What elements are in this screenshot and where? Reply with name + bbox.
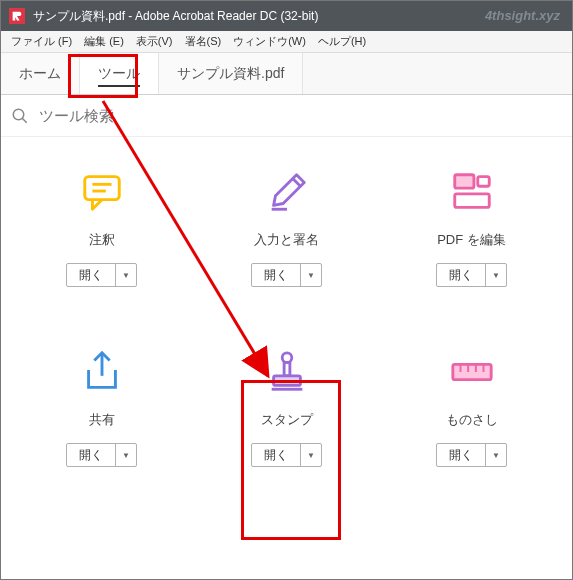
open-button-label: 開く — [252, 264, 301, 286]
chevron-down-icon[interactable]: ▼ — [116, 264, 136, 286]
svg-rect-3 — [84, 177, 119, 200]
open-button-label: 開く — [437, 264, 486, 286]
tool-editpdf[interactable]: PDF を編集 開く ▼ — [381, 167, 562, 287]
tool-editpdf-open-button[interactable]: 開く ▼ — [436, 263, 507, 287]
app-icon — [9, 8, 25, 24]
tool-editpdf-label: PDF を編集 — [437, 231, 506, 249]
open-button-label: 開く — [437, 444, 486, 466]
tool-stamp-label: スタンプ — [261, 411, 313, 429]
search-bar — [1, 95, 572, 137]
svg-rect-13 — [284, 362, 290, 375]
chevron-down-icon[interactable]: ▼ — [116, 444, 136, 466]
svg-rect-16 — [452, 364, 490, 379]
tool-measure-open-button[interactable]: 開く ▼ — [436, 443, 507, 467]
tab-bar: ホーム ツール サンプル資料.pdf — [1, 53, 572, 95]
menu-bar: ファイル (F) 編集 (E) 表示(V) 署名(S) ウィンドウ(W) ヘルプ… — [1, 31, 572, 53]
window-title: サンプル資料.pdf - Adobe Acrobat Reader DC (32… — [33, 8, 318, 25]
tool-comment-open-button[interactable]: 開く ▼ — [66, 263, 137, 287]
tab-home-label: ホーム — [19, 65, 61, 83]
tab-tools[interactable]: ツール — [80, 53, 159, 94]
tool-fillsign-label: 入力と署名 — [254, 231, 319, 249]
tool-share-open-button[interactable]: 開く ▼ — [66, 443, 137, 467]
tool-comment-label: 注釈 — [89, 231, 115, 249]
chevron-down-icon[interactable]: ▼ — [486, 264, 506, 286]
tool-fillsign[interactable]: 入力と署名 開く ▼ — [196, 167, 377, 287]
menu-sign[interactable]: 署名(S) — [179, 32, 228, 51]
tab-document-label: サンプル資料.pdf — [177, 65, 284, 83]
svg-point-1 — [13, 109, 24, 120]
tool-share-label: 共有 — [89, 411, 115, 429]
share-icon — [77, 347, 127, 397]
menu-edit[interactable]: 編集 (E) — [78, 32, 130, 51]
tab-home[interactable]: ホーム — [1, 53, 80, 94]
tab-tools-label: ツール — [98, 65, 140, 87]
open-button-label: 開く — [67, 444, 116, 466]
svg-line-6 — [292, 179, 300, 187]
chevron-down-icon[interactable]: ▼ — [301, 444, 321, 466]
svg-rect-14 — [273, 376, 300, 386]
pen-icon — [262, 167, 312, 217]
search-input[interactable] — [39, 107, 562, 124]
svg-line-2 — [22, 118, 27, 123]
search-icon — [11, 107, 29, 125]
open-button-label: 開く — [67, 264, 116, 286]
tool-stamp-open-button[interactable]: 開く ▼ — [251, 443, 322, 467]
chevron-down-icon[interactable]: ▼ — [486, 444, 506, 466]
editpdf-icon — [447, 167, 497, 217]
stamp-icon — [262, 347, 312, 397]
svg-point-12 — [282, 353, 292, 363]
open-button-label: 開く — [252, 444, 301, 466]
menu-file[interactable]: ファイル (F) — [5, 32, 78, 51]
menu-help[interactable]: ヘルプ(H) — [312, 32, 372, 51]
tool-share[interactable]: 共有 開く ▼ — [11, 347, 192, 467]
svg-rect-10 — [454, 194, 489, 207]
svg-rect-9 — [477, 177, 489, 187]
tool-comment[interactable]: 注釈 開く ▼ — [11, 167, 192, 287]
watermark: 4thsight.xyz — [485, 8, 560, 23]
tool-fillsign-open-button[interactable]: 開く ▼ — [251, 263, 322, 287]
tool-measure[interactable]: ものさし 開く ▼ — [381, 347, 562, 467]
svg-rect-8 — [454, 175, 473, 188]
chevron-down-icon[interactable]: ▼ — [301, 264, 321, 286]
tool-measure-label: ものさし — [446, 411, 498, 429]
menu-view[interactable]: 表示(V) — [130, 32, 179, 51]
tool-stamp[interactable]: スタンプ 開く ▼ — [196, 347, 377, 467]
ruler-icon — [447, 347, 497, 397]
tool-grid: 注釈 開く ▼ 入力と署名 開く ▼ PDF を編集 開く ▼ 共有 開く — [1, 137, 572, 497]
menu-window[interactable]: ウィンドウ(W) — [227, 32, 312, 51]
tab-document[interactable]: サンプル資料.pdf — [159, 53, 303, 94]
comment-icon — [77, 167, 127, 217]
